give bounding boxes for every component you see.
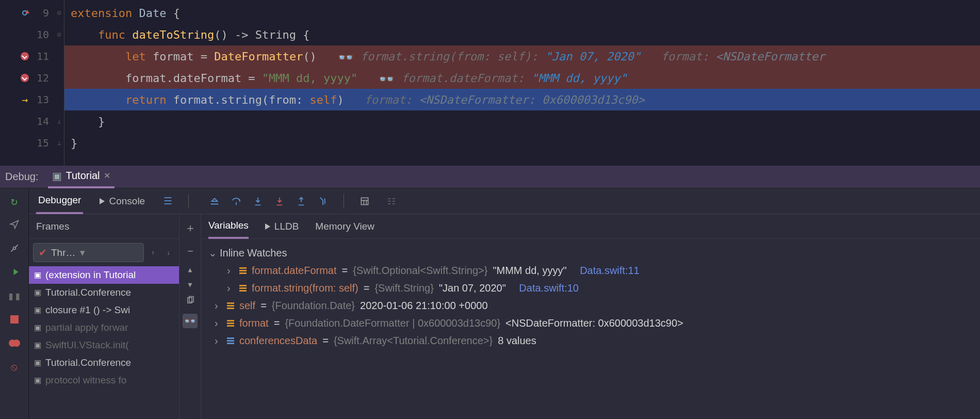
line-number: 14 xyxy=(34,115,49,127)
frames-label: Frames xyxy=(36,221,69,232)
code-area[interactable]: extension Date { func dateToString() -> … xyxy=(64,0,980,166)
memory-view-tab[interactable]: Memory View xyxy=(315,214,374,239)
inline-hint: format.dateFormat: xyxy=(401,72,531,85)
fold-icon[interactable]: ⊟ xyxy=(57,31,61,38)
debug-session-tab[interactable]: ▣ Tutorial ✕ xyxy=(48,166,115,188)
field-icon xyxy=(239,285,247,292)
settings-button[interactable] xyxy=(7,241,22,255)
frame-item[interactable]: ▣protocol witness fo xyxy=(29,372,179,389)
breakpoint-icon[interactable] xyxy=(20,52,29,61)
debug-label: Debug: xyxy=(5,171,39,183)
frame-item[interactable]: ▣Tutorial.Conference xyxy=(29,284,179,301)
editor-gutter: 9 10 11 12 →13 14 15 xyxy=(0,0,54,166)
variables-side-toolbar: ＋ － ▲ ▼ 👓 xyxy=(179,214,201,419)
glasses-icon: 👓 xyxy=(378,71,395,87)
variables-panel: Variables LLDB Memory View ⌄Inline Watch… xyxy=(201,214,980,419)
variable-row[interactable]: › format.dateFormat = {Swift.Optional<Sw… xyxy=(208,262,973,279)
trace-button[interactable] xyxy=(385,195,398,207)
next-frame-button[interactable]: ↓ xyxy=(162,249,175,256)
run-config-icon: ▣ xyxy=(52,170,62,182)
code-type: Date xyxy=(132,7,173,20)
variable-row[interactable]: › conferencesData = {Swift.Array<Tutoria… xyxy=(208,332,973,349)
frame-item[interactable]: ▣(extension in Tutorial xyxy=(29,266,179,284)
fold-icon[interactable]: ⊟ xyxy=(57,9,61,17)
code-editor[interactable]: 9 10 11 12 →13 14 15 ⊟ ⊟ ⊥ ⊥ extension D… xyxy=(0,0,980,166)
line-number: 10 xyxy=(34,28,49,41)
breakpoint-icon[interactable] xyxy=(20,73,29,83)
lldb-tab[interactable]: LLDB xyxy=(265,214,299,239)
frames-panel: Frames ✔ Thr… ▾ ↑ ↓ ▣(extension in Tutor… xyxy=(29,214,179,419)
field-icon xyxy=(227,320,234,327)
svg-point-0 xyxy=(13,247,15,250)
frame-icon: ▣ xyxy=(34,376,41,385)
variable-row[interactable]: › self = {Foundation.Date} 2020-01-06 21… xyxy=(208,297,973,314)
thread-selector[interactable]: ✔ Thr… ▾ xyxy=(33,243,144,262)
source-location[interactable]: Data.swift:10 xyxy=(519,279,579,297)
fold-end-icon: ⊥ xyxy=(57,118,61,125)
fold-end-icon: ⊥ xyxy=(57,139,61,147)
variables-tree[interactable]: ⌄Inline Watches › format.dateFormat = {S… xyxy=(201,239,980,354)
frames-list[interactable]: ▣(extension in Tutorial ▣Tutorial.Confer… xyxy=(29,266,179,389)
chevron-down-icon: ▾ xyxy=(80,247,85,259)
evaluate-expression-button[interactable] xyxy=(358,195,371,207)
debug-left-rail: ↻ ▮▮ ⦸ xyxy=(0,188,29,419)
add-watch-button[interactable]: ＋ xyxy=(185,220,196,236)
pause-button[interactable]: ▮▮ xyxy=(7,288,22,303)
rerun-button[interactable]: ↻ xyxy=(7,194,22,208)
check-icon: ✔ xyxy=(39,247,47,259)
frame-item[interactable]: ▣SwiftUI.VStack.init( xyxy=(29,336,179,354)
code-keyword: extension xyxy=(71,7,132,20)
console-tab[interactable]: Console xyxy=(97,188,147,214)
show-execution-point-button[interactable] xyxy=(208,195,221,207)
lldb-icon xyxy=(265,223,270,230)
debug-toolbar: Debugger Console ☰ xyxy=(29,188,980,214)
inline-hint: format.string(from: self): xyxy=(361,50,545,63)
field-icon xyxy=(239,267,247,274)
force-step-into-button[interactable] xyxy=(273,195,286,207)
glasses-icon: 👓 xyxy=(337,50,354,65)
frame-item[interactable]: ▣Tutorial.Conference xyxy=(29,354,179,372)
step-out-button[interactable] xyxy=(295,195,307,207)
console-icon xyxy=(100,198,105,204)
move-up-button[interactable]: ▲ xyxy=(188,266,192,273)
navigate-button[interactable] xyxy=(7,217,22,232)
run-to-cursor-button[interactable] xyxy=(317,195,329,207)
debug-tool-window-header: Debug: ▣ Tutorial ✕ xyxy=(0,166,980,188)
line-number: 13 xyxy=(34,93,49,106)
frame-item[interactable]: ▣closure #1 () -> Swi xyxy=(29,301,179,319)
frame-item[interactable]: ▣partial apply forwar xyxy=(29,319,179,336)
stop-button[interactable] xyxy=(7,312,22,327)
threads-icon[interactable]: ☰ xyxy=(161,195,174,207)
prev-frame-button[interactable]: ↑ xyxy=(147,249,159,256)
frame-icon: ▣ xyxy=(34,270,41,280)
mute-breakpoints-button[interactable]: ⦸ xyxy=(7,360,22,374)
inline-hint: format: xyxy=(365,93,419,106)
variable-row[interactable]: › format = {Foundation.DateFormatter | 0… xyxy=(208,314,973,332)
move-down-button[interactable]: ▼ xyxy=(188,281,192,288)
override-icon xyxy=(20,8,29,18)
array-icon xyxy=(227,337,234,344)
close-icon[interactable]: ✕ xyxy=(104,171,110,181)
copy-button[interactable] xyxy=(186,296,195,307)
step-into-button[interactable] xyxy=(252,195,264,207)
variable-row[interactable]: › format.string(from: self) = {Swift.Str… xyxy=(208,279,973,297)
debug-session-name: Tutorial xyxy=(66,170,100,182)
source-location[interactable]: Data.swift:11 xyxy=(580,262,640,279)
resume-button[interactable] xyxy=(7,265,22,279)
execution-point-icon: → xyxy=(20,95,29,104)
debugger-tab[interactable]: Debugger xyxy=(36,188,83,214)
variables-tab[interactable]: Variables xyxy=(208,214,249,239)
frame-icon: ▣ xyxy=(34,358,41,367)
step-over-button[interactable] xyxy=(230,195,242,207)
show-watches-button[interactable]: 👓 xyxy=(183,314,198,328)
svg-rect-1 xyxy=(362,198,368,204)
line-number: 11 xyxy=(34,50,49,62)
line-number: 15 xyxy=(34,137,49,149)
frame-icon: ▣ xyxy=(34,288,41,297)
inline-watches-header[interactable]: ⌄Inline Watches xyxy=(208,244,973,262)
line-number: 9 xyxy=(34,7,49,19)
view-breakpoints-button[interactable] xyxy=(7,336,22,350)
fold-column: ⊟ ⊟ ⊥ ⊥ xyxy=(54,0,64,166)
remove-watch-button[interactable]: － xyxy=(185,243,196,259)
frame-icon: ▣ xyxy=(34,341,41,350)
